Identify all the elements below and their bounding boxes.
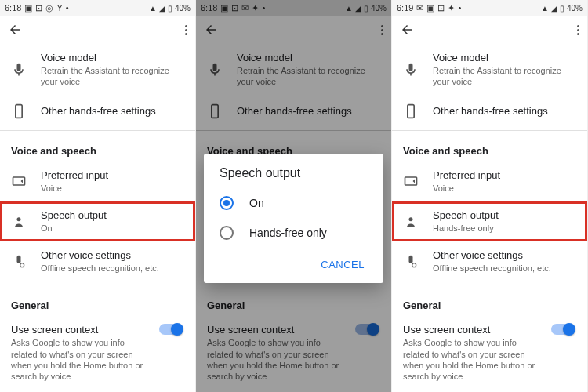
notif-icon: • [458,3,461,13]
mic-icon [11,62,27,78]
divider [0,130,195,131]
phone-icon [403,103,419,119]
status-time: 6:18 [5,3,21,13]
phone-screen-2: 6:18 ▣ ⊡ ✉ ✦ • ▲ ◢ ▯ 40% Voice model Ret… [196,0,392,392]
row-use-screen-context[interactable]: Use screen context Asks Google to show y… [0,316,195,390]
preferred-input-sub: Voice [433,183,575,194]
option-on[interactable]: On [204,188,383,218]
preferred-input-title: Preferred input [41,169,183,181]
status-left: 6:18 ▣ ⊡ ◎ Y • [5,3,69,13]
svg-point-2 [17,217,21,221]
notif-icon: ✦ [448,3,455,13]
row-voice-model[interactable]: Voice model Retrain the Assistant to rec… [392,44,587,96]
mic-settings-icon [11,254,27,270]
phone-screen-1: 6:18 ▣ ⊡ ◎ Y • ▲ ◢ ▯ 40% Voice model Ret… [0,0,196,392]
row-speech-output[interactable]: Speech output On [0,201,195,241]
svg-point-3 [20,263,24,267]
notif-icon: ▣ [426,3,434,13]
status-bar: 6:19 ✉ ▣ ⊡ ✦ • ▲ ◢ ▯ 40% [392,0,587,16]
phone-screen-3: 6:19 ✉ ▣ ⊡ ✦ • ▲ ◢ ▯ 40% Voice model Ret… [392,0,588,392]
row-other-hands-free[interactable]: Other hands-free settings [392,96,587,127]
toggle-use-screen-context[interactable] [551,324,575,335]
row-preferred-input[interactable]: Preferred input Voice [392,162,587,201]
voice-model-title: Voice model [41,52,183,64]
row-use-screen-context[interactable]: Use screen context Asks Google to show y… [392,316,587,390]
mic-icon [403,62,419,78]
other-voice-title: Other voice settings [433,249,575,261]
notif-icon: ◎ [45,3,53,13]
app-bar [392,16,587,44]
wifi-icon: ▲ [541,4,549,13]
status-time: 6:19 [397,3,413,13]
option-hf-label: Hands-free only [249,227,327,239]
other-hands-free-title: Other hands-free settings [433,105,575,117]
signal-icon: ◢ [551,4,557,13]
notif-icon: ✉ [416,3,423,13]
speech-output-sub: On [41,223,183,234]
radio-on-icon [220,196,234,210]
signal-icon: ◢ [159,4,165,13]
divider [392,130,587,131]
divider [0,285,195,285]
battery-percent: 40% [567,4,583,13]
status-right: ▲ ◢ ▯ 40% [149,4,191,13]
other-voice-sub: Offline speech recognition, etc. [41,263,183,274]
row-speech-output[interactable]: Speech output Hands-free only [392,201,587,241]
section-general: General [0,289,195,316]
row-preferred-input[interactable]: Preferred input Voice [0,162,195,201]
notif-icon: Y [56,3,62,13]
status-right: ▲ ◢ ▯ 40% [541,4,583,13]
usc-title: Use screen context [403,324,537,336]
svg-rect-0 [16,104,22,118]
mic-settings-icon [403,254,419,270]
preferred-input-title: Preferred input [433,169,575,181]
other-voice-sub: Offline speech recognition, etc. [433,263,575,274]
radio-hf-icon [220,226,234,240]
svg-rect-8 [405,177,417,185]
notif-icon: ⊡ [437,3,445,13]
speaker-icon [11,214,27,230]
preferred-input-sub: Voice [41,183,183,194]
status-bar: 6:18 ▣ ⊡ ◎ Y • ▲ ◢ ▯ 40% [0,0,195,16]
voice-model-sub: Retrain the Assistant to recognize your … [433,65,575,88]
cancel-button[interactable]: CANCEL [314,254,371,275]
option-hands-free-only[interactable]: Hands-free only [204,218,383,248]
toggle-use-screen-context[interactable] [159,324,183,335]
app-bar [0,16,195,44]
usc-sub: Asks Google to show you info related to … [403,337,537,382]
option-on-label: On [249,197,264,209]
notif-icon: ⊡ [35,3,42,13]
other-voice-title: Other voice settings [41,249,183,261]
section-general: General [392,289,587,316]
back-icon[interactable] [400,23,414,37]
svg-point-10 [412,263,416,267]
voice-model-sub: Retrain the Assistant to recognize your … [41,65,183,88]
row-other-voice-settings[interactable]: Other voice settings Offline speech reco… [392,241,587,281]
wifi-icon: ▲ [149,4,157,13]
divider [392,285,587,285]
notif-icon: • [66,3,69,13]
section-voice-speech: Voice and speech [392,134,587,162]
back-icon[interactable] [8,23,22,37]
input-icon [11,173,27,189]
dialog-title: Speech output [204,166,383,188]
svg-rect-1 [13,177,25,185]
section-voice-speech: Voice and speech [0,134,195,162]
overflow-menu-icon[interactable] [576,25,579,35]
speech-output-sub: Hands-free only [433,223,575,234]
row-other-voice-settings[interactable]: Other voice settings Offline speech reco… [0,241,195,281]
input-icon [403,173,419,189]
dialog-speech-output: Speech output On Hands-free only CANCEL [204,154,383,283]
svg-rect-7 [408,104,414,118]
svg-point-9 [409,217,413,221]
usc-title: Use screen context [11,324,145,336]
battery-percent: 40% [175,4,191,13]
speech-output-title: Speech output [41,209,183,221]
other-hands-free-title: Other hands-free settings [41,105,183,117]
overflow-menu-icon[interactable] [184,25,187,35]
notif-icon: ▣ [24,3,32,13]
speech-output-title: Speech output [433,209,575,221]
phone-icon [11,103,27,119]
row-other-hands-free[interactable]: Other hands-free settings [0,96,195,127]
row-voice-model[interactable]: Voice model Retrain the Assistant to rec… [0,44,195,96]
